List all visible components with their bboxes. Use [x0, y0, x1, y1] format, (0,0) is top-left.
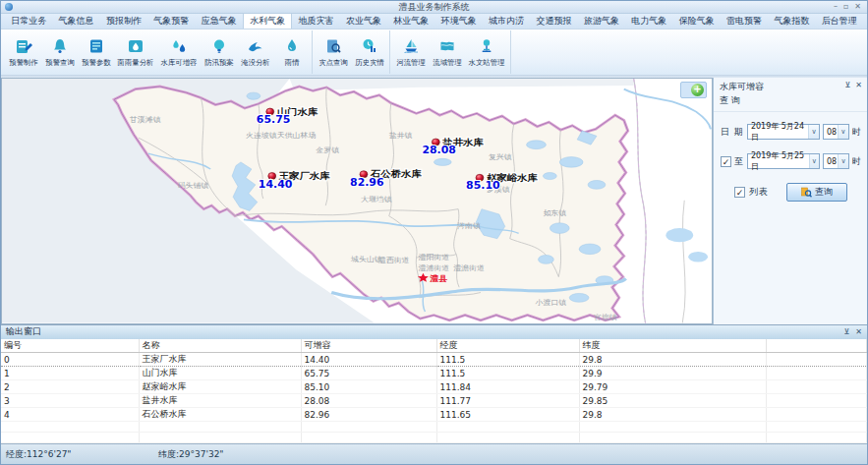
to-date-checkbox[interactable]: ✓: [721, 156, 731, 167]
town-label: 澧西街道: [378, 257, 410, 264]
basin-manage-button[interactable]: 流域管理: [429, 30, 465, 74]
hour-from-select[interactable]: 08∨: [823, 124, 849, 140]
output-close-icon[interactable]: ✕: [855, 327, 862, 336]
reservoir-capacity-button[interactable]: 水库可增容: [157, 30, 201, 74]
column-header[interactable]: 编号: [1, 339, 139, 353]
menu-tab[interactable]: 电力气象: [625, 13, 672, 29]
city-label: 澧县: [429, 274, 447, 283]
town-label: 大堰垱镇: [361, 195, 392, 203]
area-rain-analysis-button[interactable]: 面雨量分析: [114, 30, 157, 74]
pin-icon[interactable]: ⊻: [843, 327, 849, 336]
menu-bar: 日常业务 气象信息 预报制作 气象预警 应急气象 水利气象 地质灾害 农业气象 …: [1, 14, 867, 29]
column-header-blank: [766, 339, 867, 353]
menu-tab-active[interactable]: 水利气象: [243, 12, 292, 29]
table-row[interactable]: 1山门水库65.75111.529.9: [1, 367, 867, 380]
map-canvas[interactable]: 澧县 甘溪滩镇码头铺镇火连坡镇天供山林场金罗镇盐井镇复兴镇梦溪镇如东镇涔南镇大堰…: [1, 78, 713, 324]
menu-tab[interactable]: 城市内涝: [483, 13, 530, 29]
area-rain-icon: [126, 36, 145, 56]
menu-tab[interactable]: 气象指数: [768, 13, 815, 29]
county-map: 澧县 甘溪滩镇码头铺镇火连坡镇天供山林场金罗镇盐井镇复兴镇梦溪镇如东镇涔南镇大堰…: [2, 79, 712, 323]
rain-info-icon: [282, 36, 302, 56]
maximize-button[interactable]: ▫: [843, 3, 848, 11]
to-label: 至: [734, 155, 744, 168]
close-button[interactable]: ✕: [854, 3, 861, 11]
flood-plan-icon: [209, 36, 229, 56]
list-label: 列表: [749, 186, 769, 199]
rain-info-button[interactable]: 雨情: [273, 30, 310, 74]
alert-bell-icon: [50, 36, 70, 56]
window-title: 澧县业务制作系统: [1, 1, 867, 14]
town-label: 码头铺镇: [178, 181, 209, 189]
menu-tab[interactable]: 地质灾害: [292, 13, 339, 29]
disaster-point-query-button[interactable]: 灾点查询: [315, 30, 351, 74]
menu-tab[interactable]: 后台管理: [816, 13, 863, 29]
town-label: 盐井镇: [389, 132, 413, 140]
submerge-analysis-button[interactable]: 淹没分析: [237, 30, 273, 74]
column-header[interactable]: 经度: [436, 339, 579, 353]
alert-query-button[interactable]: 预警查询: [41, 30, 78, 74]
table-row-empty: [1, 433, 867, 443]
town-label: 甘溪滩镇: [130, 116, 161, 124]
menu-tab[interactable]: 气象信息: [52, 13, 99, 29]
alert-params-button[interactable]: 预警参数: [78, 30, 114, 74]
map-zoom-in-button[interactable]: +: [680, 82, 707, 98]
latitude-readout: 纬度:29°37'32": [158, 448, 224, 461]
town-label: 澧浦街道: [419, 263, 450, 271]
date-to-select[interactable]: 2019年 5月25日∨: [747, 153, 820, 169]
disaster-history-button[interactable]: 历史灾情: [351, 30, 387, 74]
hydro-station-icon: [477, 36, 496, 56]
menu-tab[interactable]: 旅游气象: [578, 13, 625, 29]
disaster-point-icon: [323, 36, 343, 56]
table-row[interactable]: 0王家厂水库14.40111.529.8: [1, 353, 867, 367]
panel-close-icon[interactable]: ✕: [855, 81, 862, 89]
column-header[interactable]: 纬度: [579, 339, 766, 353]
date-label: 日 期: [721, 126, 744, 139]
plus-icon: +: [691, 84, 704, 96]
date-from-select[interactable]: 2019年 5月24日∨: [747, 124, 820, 140]
town-label: 复兴镇: [489, 153, 512, 161]
output-window-title: 输出窗口: [6, 325, 41, 338]
hour-to-select[interactable]: 08∨: [823, 153, 849, 169]
river-manage-button[interactable]: 河流管理: [392, 30, 429, 74]
menu-tab[interactable]: 保险气象: [672, 13, 720, 29]
menu-tab[interactable]: 气象预警: [147, 13, 195, 29]
chevron-down-icon: ∨: [808, 125, 818, 139]
chevron-down-icon: ∨: [838, 154, 848, 168]
table-row[interactable]: 4石公桥水库82.96111.6529.8: [1, 408, 867, 422]
menu-tab[interactable]: 预报制作: [100, 13, 147, 29]
chevron-down-icon: ∨: [809, 154, 819, 168]
pin-icon[interactable]: ⊻: [844, 81, 850, 89]
menu-tab[interactable]: 林业气象: [387, 13, 434, 29]
title-bar: 澧县业务制作系统 – ▫ ✕: [1, 1, 867, 14]
hydro-station-manage-button[interactable]: 水文站管理: [465, 30, 508, 74]
town-label: 天供山林场: [277, 132, 317, 140]
disaster-history-icon: [360, 36, 379, 56]
reservoir-table: 编号 名称 可增容 经度 纬度 0王家厂水库14.40111.529.81山门水…: [1, 339, 867, 444]
output-window: 输出窗口 ⊻ ✕ 编号 名称 可增容 经度 纬度: [1, 324, 867, 444]
hour-unit-label: 时: [852, 155, 862, 168]
query-button[interactable]: 查询: [786, 183, 847, 202]
basin-manage-icon: [437, 36, 457, 56]
chevron-down-icon: ∨: [838, 125, 848, 139]
minimize-button[interactable]: –: [834, 3, 838, 11]
menu-tab[interactable]: 应急气象: [196, 13, 243, 29]
panel-title: 水库可增容: [720, 81, 764, 93]
menu-tab[interactable]: 环境气象: [435, 13, 483, 29]
status-bar: 经度:112°6'27" 纬度:29°37'32": [1, 443, 867, 464]
panel-query-tab: 查 询: [714, 93, 867, 112]
alert-create-button[interactable]: 预警制作: [5, 30, 41, 74]
flood-plan-button[interactable]: 防汛预案: [201, 30, 237, 74]
menu-tab[interactable]: 交通预报: [530, 13, 577, 29]
list-checkbox[interactable]: ✓: [734, 187, 745, 198]
menu-tab[interactable]: 农业气象: [340, 13, 387, 29]
menu-tab[interactable]: 日常业务: [5, 13, 52, 29]
menu-tab[interactable]: 雷电预警: [721, 13, 768, 29]
column-header[interactable]: 名称: [139, 339, 301, 353]
table-row[interactable]: 3盐井水库28.08111.7729.85: [1, 394, 867, 408]
column-header[interactable]: 可增容: [301, 339, 436, 353]
hour-unit-label: 时: [852, 126, 862, 139]
town-label: 官垸镇: [594, 313, 617, 320]
table-row[interactable]: 2赵家峪水库85.10111.8429.79: [1, 380, 867, 394]
reservoir-capacity-value: 82.96: [350, 176, 383, 187]
town-label: 火连坡镇: [246, 132, 277, 140]
